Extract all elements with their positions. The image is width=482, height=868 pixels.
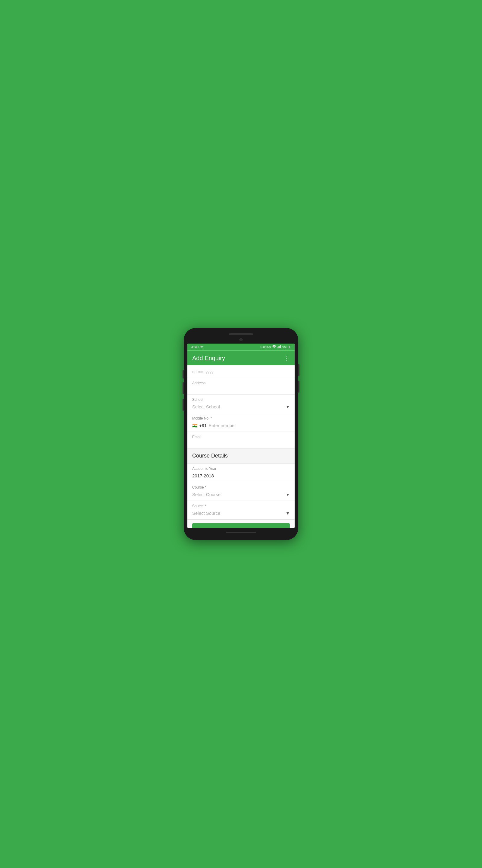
svg-rect-0 <box>278 347 278 348</box>
status-time: 3:34 PM <box>191 345 203 349</box>
svg-rect-3 <box>280 345 281 348</box>
country-code[interactable]: +91 <box>199 423 207 428</box>
wifi-icon <box>272 345 276 349</box>
email-field-group: Email <box>187 432 295 448</box>
source-dropdown-arrow: ▼ <box>286 511 290 516</box>
school-field-group: School Select School ▼ <box>187 395 295 413</box>
carrier-label: VoLTE <box>282 345 291 349</box>
date-field-group: dd-mm-yyyy <box>187 365 295 378</box>
phone-screen: 3:34 PM 0.05K/s VoLTE <box>187 344 295 528</box>
course-label: Course * <box>192 485 290 490</box>
source-label: Source * <box>192 504 290 508</box>
status-right: 0.05K/s VoLTE <box>261 345 291 349</box>
source-field-group: Source * Select Source ▼ <box>187 501 295 520</box>
network-speed: 0.05K/s <box>261 345 271 349</box>
course-dropdown-arrow: ▼ <box>286 492 290 497</box>
signal-icon <box>278 345 281 349</box>
address-label: Address <box>192 381 290 385</box>
school-label: School <box>192 398 290 402</box>
mobile-field-group: Mobile No. * 🇮🇳 +91 Enter number <box>187 413 295 432</box>
academic-year-value[interactable]: 2017-2018 <box>192 472 290 480</box>
svg-rect-2 <box>279 346 280 348</box>
date-placeholder[interactable]: dd-mm-yyyy <box>192 368 290 376</box>
academic-year-field-group: Academic Year 2017-2018 <box>187 464 295 482</box>
phone-camera <box>239 338 243 341</box>
course-dropdown[interactable]: Select Course ▼ <box>192 491 290 499</box>
source-dropdown[interactable]: Select Source ▼ <box>192 509 290 518</box>
source-placeholder-text: Select Source <box>192 510 220 516</box>
menu-button[interactable]: ⋮ <box>284 354 290 362</box>
course-placeholder-text: Select Course <box>192 492 221 497</box>
phone-speaker <box>229 333 253 335</box>
app-bar: Add Enquiry ⋮ <box>187 351 295 365</box>
address-input[interactable] <box>192 386 290 393</box>
submit-button[interactable]: Submit <box>192 523 290 528</box>
mobile-placeholder[interactable]: Enter number <box>208 423 236 428</box>
address-field-group: Address <box>187 378 295 395</box>
mobile-input-row: 🇮🇳 +91 Enter number <box>192 422 290 430</box>
email-label: Email <box>192 435 290 439</box>
svg-rect-1 <box>278 346 279 348</box>
email-input[interactable] <box>192 440 290 446</box>
status-bar: 3:34 PM 0.05K/s VoLTE <box>187 344 295 350</box>
school-dropdown[interactable]: Select School ▼ <box>192 403 290 411</box>
school-dropdown-arrow: ▼ <box>286 404 290 409</box>
course-details-header: Course Details <box>187 448 295 464</box>
course-field-group: Course * Select Course ▼ <box>187 482 295 501</box>
flag-icon: 🇮🇳 <box>192 423 197 428</box>
academic-year-label: Academic Year <box>192 467 290 471</box>
mobile-label: Mobile No. * <box>192 416 290 421</box>
app-bar-title: Add Enquiry <box>192 355 225 362</box>
phone-bottom-bar <box>226 532 256 533</box>
school-placeholder-text: Select School <box>192 404 220 409</box>
form-container: dd-mm-yyyy Address School Select School … <box>187 365 295 528</box>
